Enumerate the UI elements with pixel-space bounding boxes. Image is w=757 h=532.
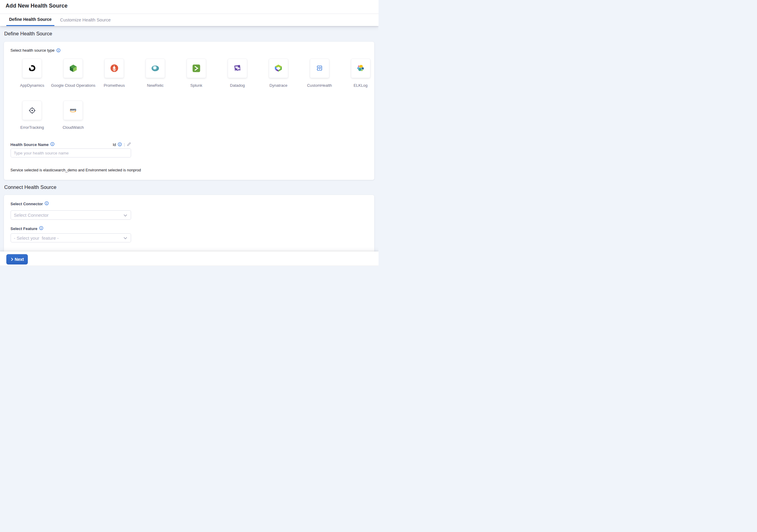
health-source-type-item[interactable]: ELKLog <box>351 59 370 88</box>
connect-health-source-heading: Connect Health Source <box>4 184 56 190</box>
drawer-title: Add New Health Source <box>6 3 68 9</box>
info-icon[interactable] <box>118 142 122 147</box>
info-circle-icon <box>56 48 60 52</box>
health-source-type-item[interactable]: ErrorTracking <box>22 101 42 130</box>
prometheus-icon <box>110 64 118 72</box>
health-source-type-label: Prometheus <box>104 83 125 88</box>
edit-pencil-icon <box>127 142 131 146</box>
health-source-type-item[interactable]: Splunk <box>187 59 206 88</box>
health-source-type-item[interactable]: NewRelic <box>146 59 165 88</box>
health-source-type-item[interactable]: Prometheus <box>105 59 124 88</box>
feature-select[interactable]: - Select your feature - <box>11 234 131 243</box>
prometheus-tile[interactable] <box>105 59 124 78</box>
chevron-down-arrow-icon <box>124 214 127 217</box>
elk-tile[interactable] <box>351 59 370 78</box>
newrelic-icon <box>151 65 160 72</box>
health-source-type-label: Splunk <box>190 83 202 88</box>
newrelic-tile[interactable] <box>146 59 165 78</box>
select-feature-label: Select Feature <box>11 226 43 231</box>
connector-select[interactable]: Select Connector <box>11 210 131 220</box>
define-health-source-heading: Define Health Source <box>4 31 52 37</box>
splunk-tile[interactable] <box>187 59 206 78</box>
cloudwatch-icon: aws <box>69 107 77 113</box>
tab-bar: Define Health Source Customize Health So… <box>6 14 114 26</box>
cloudwatch-tile[interactable]: aws <box>63 101 83 120</box>
health-source-type-label: ErrorTracking <box>20 125 44 130</box>
info-icon[interactable] <box>39 226 43 231</box>
customhealth-icon <box>316 64 323 72</box>
info-circle-icon <box>118 142 122 146</box>
info-circle-icon <box>39 226 43 230</box>
datadog-tile[interactable] <box>228 59 247 78</box>
connector-select-value: Select Connector <box>14 212 49 218</box>
chevron-down-icon <box>124 235 127 241</box>
health-source-type-item[interactable]: Google Cloud Operations <box>63 59 83 88</box>
select-connector-label: Select Connector <box>11 201 49 206</box>
id-separator: : <box>124 142 125 147</box>
define-health-source-card: Select health source type AppDynamics Go… <box>4 42 374 180</box>
health-source-type-label: ELKLog <box>353 83 367 88</box>
health-source-type-item[interactable]: AppDynamics <box>22 59 42 88</box>
select-health-source-type-text: Select health source type <box>11 48 55 53</box>
info-icon[interactable] <box>45 201 49 206</box>
health-source-type-item[interactable]: Dynatrace <box>269 59 288 88</box>
appdynamics-tile[interactable] <box>22 59 42 78</box>
dynatrace-icon <box>274 64 283 72</box>
health-source-type-label: NewRelic <box>147 83 164 88</box>
info-icon[interactable] <box>56 48 60 52</box>
health-source-type-item[interactable]: Datadog <box>228 59 247 88</box>
drawer-body: Define Health Source Select health sourc… <box>0 26 378 266</box>
connect-health-source-card: Select Connector Select Connector Select… <box>4 195 374 255</box>
chevron-down-icon <box>124 212 127 218</box>
chevron-down-arrow-icon <box>124 237 127 239</box>
health-source-type-label: CustomHealth <box>307 83 332 88</box>
health-source-type-label: Dynatrace <box>269 83 287 88</box>
google-cloud-operations-tile[interactable] <box>63 59 83 78</box>
health-source-name-input[interactable] <box>11 148 131 157</box>
select-feature-text: Select Feature <box>11 226 38 231</box>
id-row: Id : <box>11 142 131 147</box>
id-label: Id <box>113 142 116 147</box>
health-source-type-label: Datadog <box>230 83 245 88</box>
health-source-type-grid: AppDynamics Google Cloud Operations Prom… <box>22 59 370 130</box>
appdynamics-icon <box>29 65 36 72</box>
drawer-header: Add New Health Source Define Health Sour… <box>0 0 378 26</box>
tab-customize-health-source[interactable]: Customize Health Source <box>57 14 113 26</box>
chevron-right-icon <box>11 258 14 261</box>
customhealth-tile[interactable] <box>310 59 329 78</box>
health-source-type-item[interactable]: CustomHealth <box>310 59 329 88</box>
datadog-icon <box>233 64 242 73</box>
drawer-footer: Next <box>0 252 378 266</box>
svg-text:aws: aws <box>70 108 76 111</box>
splunk-icon <box>193 64 200 72</box>
edit-id-icon[interactable] <box>127 142 131 147</box>
next-button-label: Next <box>15 257 24 262</box>
feature-select-value: - Select your feature - <box>14 235 59 241</box>
health-source-type-item[interactable]: aws CloudWatch <box>63 101 83 130</box>
health-source-type-label: AppDynamics <box>20 83 44 88</box>
service-environment-note: Service selected is elasticsearch_demo a… <box>11 168 141 173</box>
errortracking-tile[interactable] <box>22 101 42 120</box>
health-source-type-label: Google Cloud Operations <box>51 83 96 88</box>
select-connector-text: Select Connector <box>11 202 43 206</box>
tab-define-health-source[interactable]: Define Health Source <box>6 14 55 26</box>
errortracking-icon <box>28 107 36 114</box>
info-circle-icon <box>45 201 49 205</box>
health-source-type-label: CloudWatch <box>63 125 84 130</box>
elk-icon <box>356 64 365 72</box>
next-button[interactable]: Next <box>6 254 28 265</box>
dynatrace-tile[interactable] <box>269 59 288 78</box>
select-health-source-type-label: Select health source type <box>11 48 60 53</box>
google-cloud-operations-icon <box>69 64 77 73</box>
